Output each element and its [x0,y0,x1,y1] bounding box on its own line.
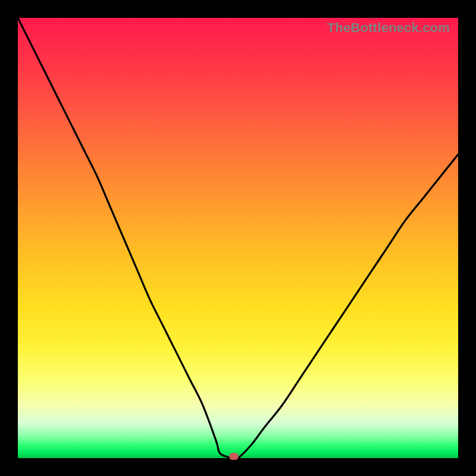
bottleneck-curve [18,18,458,458]
chart-plot-area: TheBottleneck.com [18,18,458,458]
chart-frame: TheBottleneck.com [0,0,476,476]
optimum-marker [229,453,239,460]
